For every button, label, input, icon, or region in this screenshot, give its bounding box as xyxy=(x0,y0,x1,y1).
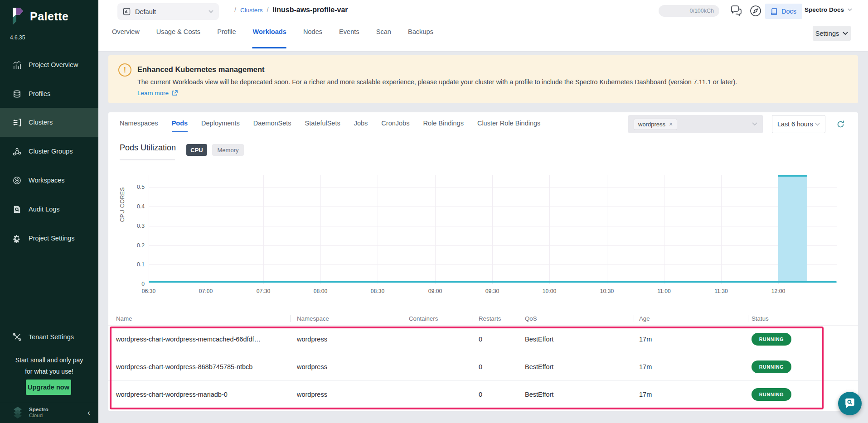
sidebar-item-profiles[interactable]: Profiles xyxy=(0,79,98,108)
breadcrumb-clusters-link[interactable]: Clusters xyxy=(240,7,263,14)
tab-events[interactable]: Events xyxy=(339,28,359,35)
table-row[interactable]: wordpress-chart-wordpress-mariadb-0 word… xyxy=(108,380,858,408)
top-header: Default / Clusters / linusb-aws-profile-… xyxy=(98,0,868,51)
collapse-sidebar-chevron[interactable]: ‹ xyxy=(87,408,90,418)
sidebar-item-label: Clusters xyxy=(29,119,53,126)
network-icon xyxy=(12,147,22,156)
chevron-down-icon xyxy=(848,8,852,11)
chat-icon[interactable] xyxy=(730,5,742,16)
refresh-icon[interactable] xyxy=(836,120,845,129)
docs-site-label: Spectro Docs xyxy=(805,6,844,13)
sidebar-item-label: Workspaces xyxy=(29,177,65,184)
subtab-namespaces[interactable]: Namespaces xyxy=(120,120,158,132)
subtab-cronjobs[interactable]: CronJobs xyxy=(381,120,409,132)
workspaces-icon xyxy=(12,176,22,185)
sidebar-item-clusters[interactable]: Clusters xyxy=(0,108,98,137)
learn-more-link[interactable]: Learn more xyxy=(137,90,178,96)
audit-logs-icon xyxy=(12,205,22,214)
status-badge: RUNNING xyxy=(752,361,791,373)
time-range-select[interactable]: Last 6 hours xyxy=(772,115,825,133)
clusters-icon xyxy=(12,118,22,127)
subtab-role-bindings[interactable]: Role Bindings xyxy=(423,120,463,132)
pod-restarts: 0 xyxy=(479,363,525,370)
table-row[interactable]: wordpress-chart-wordpress-868b745785-ntb… xyxy=(108,353,858,380)
sidebar-item-label: Project Settings xyxy=(29,235,75,242)
pod-status: RUNNING xyxy=(752,361,858,373)
subtab-deployments[interactable]: Deployments xyxy=(201,120,240,132)
docs-button-label: Docs xyxy=(781,8,796,15)
docs-button[interactable]: Docs xyxy=(765,4,802,19)
sidebar-item-cluster-groups[interactable]: Cluster Groups xyxy=(0,137,98,166)
namespace-filter-select[interactable]: wordpress × xyxy=(628,115,763,133)
filter-tag-wordpress: wordpress × xyxy=(634,119,677,130)
palette-logo: Palette xyxy=(8,6,68,26)
docs-site-menu[interactable]: Spectro Docs xyxy=(805,6,852,13)
palette-logo-icon xyxy=(8,6,25,26)
sidebar-item-audit-logs[interactable]: Audit Logs xyxy=(0,195,98,224)
pod-restarts: 0 xyxy=(479,336,525,343)
subtab-pods[interactable]: Pods xyxy=(172,120,188,132)
tab-nodes[interactable]: Nodes xyxy=(303,28,322,35)
upgrade-now-button[interactable]: Upgrade now xyxy=(26,380,71,395)
active-tab-underline xyxy=(252,47,286,48)
app-version: 4.6.35 xyxy=(10,34,25,41)
chart-highlight-band xyxy=(778,175,807,283)
subtab-cluster-role-bindings[interactable]: Cluster Role Bindings xyxy=(477,120,540,132)
pod-restarts: 0 xyxy=(479,391,525,398)
breadcrumb-separator: / xyxy=(234,6,236,14)
banner-body: The current Workloads view will be depre… xyxy=(137,78,737,86)
tab-scan[interactable]: Scan xyxy=(376,28,391,35)
warning-icon: ! xyxy=(118,63,131,77)
tab-backups[interactable]: Backups xyxy=(408,28,433,35)
project-select[interactable]: Default xyxy=(117,3,219,20)
settings-button[interactable]: Settings xyxy=(813,26,851,41)
chevron-down-icon xyxy=(815,123,820,126)
pod-qos: BestEffort xyxy=(525,336,639,343)
sidebar-item-project-overview[interactable]: Project Overview xyxy=(0,50,98,79)
pod-namespace: wordpress xyxy=(297,336,409,343)
learn-more-label: Learn more xyxy=(137,90,169,96)
workload-subtabs: Namespaces Pods Deployments DaemonSets S… xyxy=(120,120,540,132)
chevron-down-icon xyxy=(843,32,848,35)
subtab-statefulsets[interactable]: StatefulSets xyxy=(305,120,340,132)
deprecation-banner: ! Enhanced Kubernetes management The cur… xyxy=(108,55,858,103)
tab-workloads[interactable]: Workloads xyxy=(253,28,286,35)
sidebar-item-label: Profiles xyxy=(29,90,50,97)
memory-toggle[interactable]: Memory xyxy=(212,144,244,156)
help-launcher-button[interactable] xyxy=(838,392,862,415)
table-header: Name Namespace Containers Restarts QoS A… xyxy=(108,312,858,325)
status-badge: RUNNING xyxy=(752,388,791,401)
subtab-daemonsets[interactable]: DaemonSets xyxy=(253,120,291,132)
chat-search-icon xyxy=(844,398,856,409)
x-axis-ticks: 06:30 07:00 07:30 08:00 08:30 09:00 09:3… xyxy=(149,288,837,295)
tab-usage-costs[interactable]: Usage & Costs xyxy=(156,28,200,35)
cpu-toggle[interactable]: CPU xyxy=(186,144,207,156)
table-row[interactable]: wordpress-chart-wordpress-memcached-66df… xyxy=(108,325,858,353)
banner-title: Enhanced Kubernetes management xyxy=(137,65,265,74)
pod-namespace: wordpress xyxy=(297,391,409,398)
chart-title-rule xyxy=(120,159,175,160)
cluster-tabs: Overview Usage & Costs Profile Workloads… xyxy=(112,28,433,35)
pod-name: wordpress-chart-wordpress-868b745785-ntb… xyxy=(116,363,297,370)
sidebar-footer: Spectro Cloud ‹ xyxy=(0,402,98,423)
breadcrumb: / Clusters / linusb-aws-profile-var xyxy=(234,6,348,14)
cpu-usage-line xyxy=(149,281,837,283)
brand-name: Palette xyxy=(30,10,68,23)
sidebar-item-tenant-settings[interactable]: Tenant Settings xyxy=(0,322,98,351)
sidebar-item-label: Cluster Groups xyxy=(29,148,73,155)
project-select-value: Default xyxy=(135,8,204,15)
tab-profile[interactable]: Profile xyxy=(217,28,236,35)
compass-icon[interactable] xyxy=(750,5,761,17)
remove-tag-icon[interactable]: × xyxy=(669,120,673,128)
filter-tag-label: wordpress xyxy=(638,121,665,128)
sidebar-item-workspaces[interactable]: Workspaces xyxy=(0,166,98,195)
subtab-jobs[interactable]: Jobs xyxy=(354,120,368,132)
tools-icon xyxy=(12,332,22,342)
usage-meter: 0/100kCh xyxy=(659,5,719,17)
pod-name: wordpress-chart-wordpress-mariadb-0 xyxy=(116,391,297,398)
tab-overview[interactable]: Overview xyxy=(112,28,140,35)
settings-button-label: Settings xyxy=(815,30,839,37)
sidebar-item-project-settings[interactable]: Project Settings xyxy=(0,224,98,253)
promo-text: Start small and only pay for what you us… xyxy=(0,355,98,377)
pods-table: Name Namespace Containers Restarts QoS A… xyxy=(108,312,858,408)
